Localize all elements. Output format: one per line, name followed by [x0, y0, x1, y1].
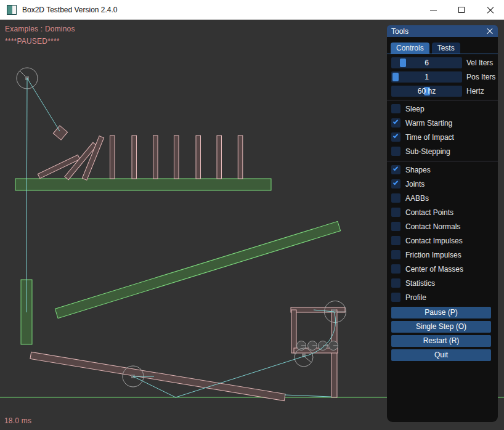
maximize-button[interactable]: [447, 0, 476, 20]
domino: [132, 136, 137, 179]
caption-buttons: [419, 0, 504, 20]
vel-iters-slider[interactable]: 6 Vel Iters: [391, 57, 498, 68]
separator: [387, 100, 498, 100]
checkbox-box: [391, 293, 400, 302]
app-window: Box2D Testbed Version 2.4.0: [0, 0, 504, 430]
domino: [153, 136, 158, 179]
slider-label: Hertz: [466, 87, 484, 95]
tools-tabbar: Controls Tests: [387, 43, 498, 54]
slider-value: 6: [391, 57, 462, 68]
falling-dominos: [38, 136, 104, 181]
domino: [238, 136, 243, 179]
frame-time-label: 18.0 ms: [4, 416, 31, 425]
seesaw-plank: [30, 352, 285, 400]
tools-panel: Tools Controls Tests 6 Vel Iters: [387, 25, 498, 422]
check-icon: [393, 180, 398, 185]
minimize-button[interactable]: [419, 0, 447, 20]
pos-iters-slider[interactable]: 1 Pos Iters: [391, 71, 498, 83]
checkbox-contact-points[interactable]: Contact Points: [391, 208, 498, 217]
checkbox-box: [391, 278, 400, 288]
app-icon: [7, 5, 17, 15]
checkbox-box: [391, 222, 400, 231]
slider-value: 60 hz: [391, 86, 462, 97]
window-titlebar[interactable]: Box2D Testbed Version 2.4.0: [0, 0, 504, 20]
checkbox-contact-impulses[interactable]: Contact Impulses: [391, 236, 498, 245]
tools-panel-titlebar[interactable]: Tools: [387, 25, 498, 37]
slider-value: 1: [391, 71, 462, 83]
checkbox-aabbs[interactable]: AABBs: [391, 193, 498, 203]
checkbox-friction-impulses[interactable]: Friction Impulses: [391, 250, 498, 259]
paused-label: ****PAUSED****: [5, 37, 60, 46]
checkbox-contact-normals[interactable]: Contact Normals: [391, 222, 498, 231]
frame-left-post: [291, 310, 296, 353]
tab-tests[interactable]: Tests: [432, 43, 460, 54]
tools-panel-title: Tools: [391, 27, 408, 36]
domino-platform: [15, 179, 271, 190]
checkbox-center-of-masses[interactable]: Center of Masses: [391, 264, 498, 274]
restart-button[interactable]: Restart (R): [391, 335, 491, 347]
tools-close-icon[interactable]: [486, 28, 494, 35]
slider-track[interactable]: 1: [391, 71, 462, 83]
checkbox-statistics[interactable]: Statistics: [391, 278, 498, 288]
window-title: Box2D Testbed Version 2.4.0: [22, 6, 118, 14]
close-icon: [487, 7, 494, 14]
tab-controls[interactable]: Controls: [391, 43, 429, 54]
green-ramp: [55, 221, 340, 318]
check-icon: [393, 119, 398, 124]
checkbox-profile[interactable]: Profile: [391, 293, 498, 302]
single-step-button[interactable]: Single Step (O): [391, 321, 491, 333]
checkbox-sleep[interactable]: Sleep: [391, 104, 498, 113]
checkbox-box: [391, 147, 400, 156]
slider-label: Vel Iters: [466, 59, 493, 67]
checkbox-box: [391, 118, 400, 128]
checkbox-box: [391, 165, 400, 174]
domino: [217, 136, 222, 179]
close-button[interactable]: [476, 0, 504, 20]
domino: [174, 136, 179, 179]
checkbox-box: [391, 193, 400, 203]
minimize-icon: [430, 10, 437, 10]
physics-canvas-area[interactable]: Examples : Dominos ****PAUSED**** 18.0 m…: [0, 20, 504, 430]
checkbox-box: [391, 132, 400, 142]
action-buttons: Pause (P) Single Step (O) Restart (R) Qu…: [391, 307, 498, 361]
check-icon: [393, 133, 398, 139]
hanging-box: [53, 126, 67, 140]
slider-track[interactable]: 60 hz: [391, 86, 462, 97]
checkbox-box: [391, 179, 400, 189]
checkbox-box: [391, 250, 400, 259]
standing-dominos: [110, 136, 243, 179]
ground-rope-joint: [285, 395, 331, 397]
checkbox-warm-starting[interactable]: Warm Starting: [391, 118, 498, 128]
checkbox-box: [391, 264, 400, 274]
domino: [110, 136, 115, 179]
checkbox-joints[interactable]: Joints: [391, 179, 498, 189]
domino: [196, 136, 201, 179]
hertz-slider[interactable]: 60 hz Hertz: [391, 86, 498, 97]
checkbox-box: [391, 236, 400, 245]
checkbox-shapes[interactable]: Shapes: [391, 165, 498, 174]
checkbox-box: [391, 104, 400, 113]
long-vertical-joint: [26, 78, 27, 312]
quit-button[interactable]: Quit: [391, 349, 491, 361]
pause-button[interactable]: Pause (P): [391, 307, 491, 318]
checkbox-box: [391, 208, 400, 217]
checkbox-time-of-impact[interactable]: Time of Impact: [391, 132, 498, 142]
maximize-icon: [458, 7, 465, 13]
example-label: Examples : Dominos: [5, 25, 75, 33]
pendulum-joint: [27, 78, 60, 131]
cradle-frame: [291, 307, 345, 397]
slider-track[interactable]: 6: [391, 57, 462, 68]
slider-label: Pos Iters: [466, 73, 495, 81]
separator: [387, 161, 498, 161]
tools-panel-content: 6 Vel Iters 1 Pos Iters 60 hz: [387, 54, 498, 361]
checkbox-sub-stepping[interactable]: Sub-Stepping: [391, 147, 498, 156]
check-icon: [393, 166, 398, 171]
frame-right-post: [331, 310, 337, 397]
